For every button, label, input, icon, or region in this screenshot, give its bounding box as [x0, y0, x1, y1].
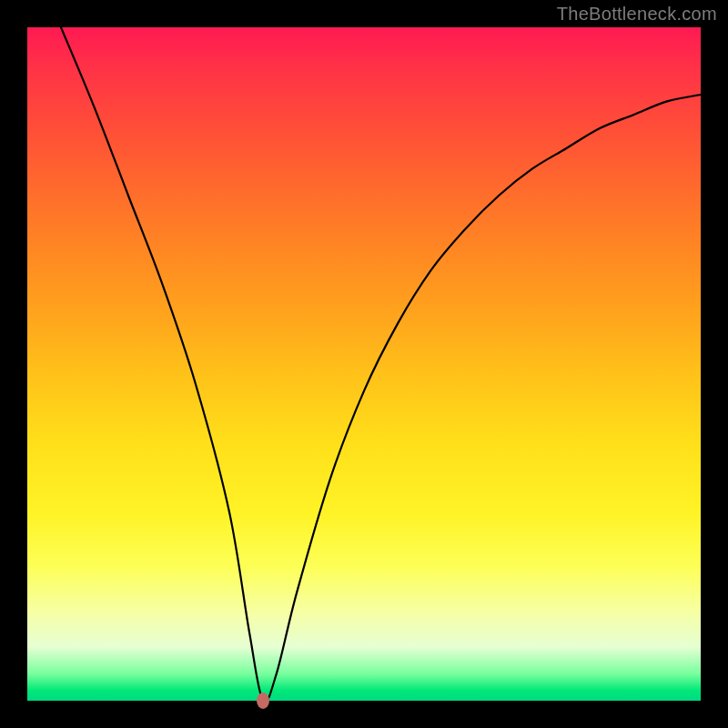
watermark-text: TheBottleneck.com — [557, 4, 717, 25]
chart-stage: TheBottleneck.com — [0, 0, 728, 728]
plot-area — [27, 27, 701, 701]
bottleneck-curve — [27, 27, 701, 701]
optimum-marker — [257, 693, 269, 709]
